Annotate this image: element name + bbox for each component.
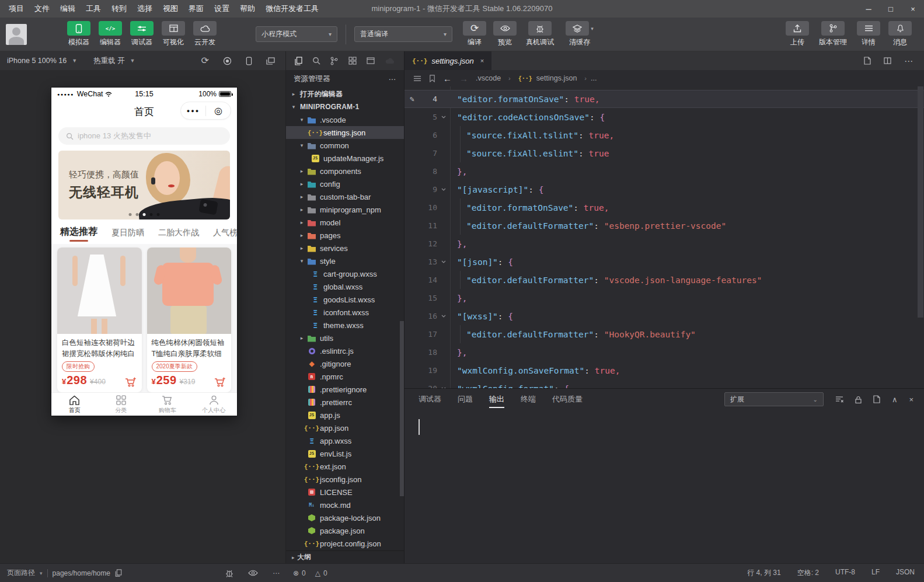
carousel-dot[interactable]: [136, 213, 139, 216]
menu-item[interactable]: 微信开发者工具: [260, 0, 324, 18]
carousel-dot[interactable]: [143, 213, 146, 216]
fold-chevron-icon[interactable]: [437, 260, 450, 263]
tree-item-model[interactable]: ▸ model: [286, 216, 404, 229]
panel-tab-问题[interactable]: 问题: [458, 389, 473, 410]
code-editor[interactable]: ✎ 4 "editor.formatOnSave": true, 5 "edit…: [405, 86, 924, 388]
page-path-value[interactable]: pages/home/home: [53, 569, 110, 577]
tree-item-cart-group.wxss[interactable]: Ξcart-group.wxss: [286, 267, 404, 280]
menu-item[interactable]: 设置: [209, 0, 235, 18]
panel-tab-输出[interactable]: 输出: [489, 389, 504, 410]
device-icon[interactable]: [246, 56, 252, 65]
tree-item-components[interactable]: ▸ components: [286, 165, 404, 177]
消息-button[interactable]: 消息: [885, 21, 915, 47]
tree-item-global.wxss[interactable]: Ξglobal.wxss: [286, 280, 404, 293]
code-line[interactable]: 9 "[javascript]": {: [405, 180, 924, 198]
page-path-selector[interactable]: 页面路径: [7, 568, 35, 578]
tree-item-.gitignore[interactable]: ◆.gitignore: [286, 357, 404, 370]
window-icon[interactable]: [367, 57, 375, 64]
code-line[interactable]: 19 "wxmlConfig.onSaveFormat": true,: [405, 361, 924, 379]
tree-item-custom-tab-bar[interactable]: ▸ custom-tab-bar: [286, 190, 404, 203]
code-line[interactable]: 6 "source.fixAll.tslint": true,: [405, 126, 924, 144]
tree-item-jsconfig.json[interactable]: {··}jsconfig.json: [286, 473, 404, 486]
tree-item-打开的编辑器[interactable]: ▸打开的编辑器: [286, 88, 404, 100]
tree-item-iconfont.wxss[interactable]: Ξiconfont.wxss: [286, 306, 404, 319]
language-mode[interactable]: JSON: [896, 568, 915, 578]
editor-scrollbar[interactable]: [918, 86, 923, 318]
category-tab-二胎大作战[interactable]: 二胎大作战: [158, 228, 199, 244]
tabbar-item-首页[interactable]: 首页: [51, 393, 98, 416]
extensions-icon[interactable]: [348, 57, 357, 65]
真机调试-button[interactable]: 真机调试: [521, 21, 559, 47]
清缓存-button[interactable]: ▾ 清缓存: [561, 21, 598, 47]
clear-output-icon[interactable]: [835, 396, 843, 403]
menu-item[interactable]: 选择: [132, 0, 158, 18]
menu-item[interactable]: 帮助: [235, 0, 260, 18]
outline-list-icon[interactable]: [413, 75, 421, 82]
menu-item[interactable]: 文件: [29, 0, 55, 18]
toggle-模拟器-button[interactable]: 模拟器: [64, 21, 93, 47]
tree-item-.prettierrc[interactable]: .prettierrc: [286, 396, 404, 409]
eol[interactable]: LF: [871, 568, 880, 578]
forward-icon[interactable]: →: [459, 74, 468, 83]
tree-item-settings.json[interactable]: {··}settings.json: [286, 126, 404, 139]
code-line[interactable]: 12 },: [405, 235, 924, 253]
errors-icon[interactable]: ⊗: [293, 569, 299, 577]
hot-reload-toggle[interactable]: 热重载 开: [93, 56, 124, 66]
tree-item-.npmrc[interactable]: n.npmrc: [286, 370, 404, 383]
close-icon[interactable]: ×: [480, 57, 484, 64]
page-icon[interactable]: [873, 395, 880, 403]
rotate-icon[interactable]: ⟳: [201, 56, 209, 65]
add-to-cart-button[interactable]: [214, 377, 226, 388]
split-icon[interactable]: [884, 57, 891, 64]
tree-item-app.js[interactable]: JSapp.js: [286, 409, 404, 421]
tabbar-item-分类[interactable]: 分类: [98, 393, 145, 416]
code-line[interactable]: 18 },: [405, 343, 924, 361]
user-avatar[interactable]: [6, 24, 27, 45]
code-line[interactable]: 11 "editor.defaultFormatter": "esbenp.pr…: [405, 217, 924, 235]
warnings-icon[interactable]: △: [315, 569, 320, 577]
tree-item-utils[interactable]: ▸ utils: [286, 332, 404, 344]
breadcrumb-file[interactable]: settings.json: [536, 74, 577, 82]
tab-settings-json[interactable]: {··} settings.json ×: [405, 51, 491, 70]
tree-item-style[interactable]: ▾ style: [286, 255, 404, 267]
tree-item-.prettierignore[interactable]: .prettierignore: [286, 383, 404, 396]
more-icon[interactable]: ⋯: [904, 57, 913, 65]
mode-select[interactable]: 小程序模式 ▾: [256, 26, 337, 42]
unlock-icon[interactable]: [855, 396, 862, 403]
menu-item[interactable]: 界面: [183, 0, 209, 18]
code-line[interactable]: 17 "editor.defaultFormatter": "HookyQR.b…: [405, 325, 924, 343]
tree-item-app.wxss[interactable]: Ξapp.wxss: [286, 434, 404, 447]
code-line[interactable]: ✎ 4 "editor.formatOnSave": true,: [405, 90, 924, 108]
toggle-云开发-button[interactable]: 云开发: [190, 21, 219, 47]
carousel-dot[interactable]: [129, 213, 132, 216]
search-input[interactable]: iphone 13 火热发售中: [58, 127, 230, 145]
cursor-position[interactable]: 行 4, 列 31: [747, 568, 780, 578]
code-line[interactable]: 13 "[json]": {: [405, 253, 924, 271]
tree-item-miniprogram_npm[interactable]: ▸ miniprogram_npm: [286, 203, 404, 216]
code-line[interactable]: 10 "editor.formatOnSave": true,: [405, 198, 924, 217]
预览-button[interactable]: 预览: [491, 21, 519, 47]
product-card[interactable]: 纯色纯棉休闲圆领短袖T恤纯白亲肤厚柔软细腻... 2020夏季新款 ¥259 ¥…: [147, 248, 232, 392]
tree-item-common[interactable]: ▾ common: [286, 139, 404, 152]
tree-item-envList.js[interactable]: JSenvList.js: [286, 447, 404, 460]
code-line[interactable]: 7 "source.fixAll.eslint": true: [405, 144, 924, 162]
menu-item[interactable]: 转到: [106, 0, 132, 18]
版本管理-button[interactable]: 版本管理: [814, 21, 852, 47]
errors-count[interactable]: 0: [302, 569, 306, 577]
menu-item[interactable]: 编辑: [55, 0, 81, 18]
copy-icon[interactable]: [115, 569, 122, 577]
code-line[interactable]: 5 "editor.codeActionsOnSave": {: [405, 108, 924, 126]
category-tab-夏日防晒[interactable]: 夏日防晒: [111, 228, 144, 244]
close-button[interactable]: ×: [902, 0, 924, 18]
more-menu-button[interactable]: ●●●: [181, 108, 205, 114]
category-tab-人气榜[interactable]: 人气榜: [213, 228, 237, 244]
cloud-dark-icon[interactable]: [385, 57, 395, 64]
warnings-count[interactable]: 0: [323, 569, 327, 577]
close-target-button[interactable]: ◎: [206, 105, 231, 116]
code-line[interactable]: 20 "wxmlConfig.format": {: [405, 379, 924, 388]
tree-item-project.config.json[interactable]: {··}project.config.json: [286, 537, 404, 550]
bug-icon[interactable]: [225, 569, 233, 577]
panel-tab-调试器[interactable]: 调试器: [419, 389, 441, 410]
toggle-编辑器-button[interactable]: </> 编辑器: [96, 21, 125, 47]
编译-button[interactable]: ⟳ 编译: [461, 21, 489, 47]
